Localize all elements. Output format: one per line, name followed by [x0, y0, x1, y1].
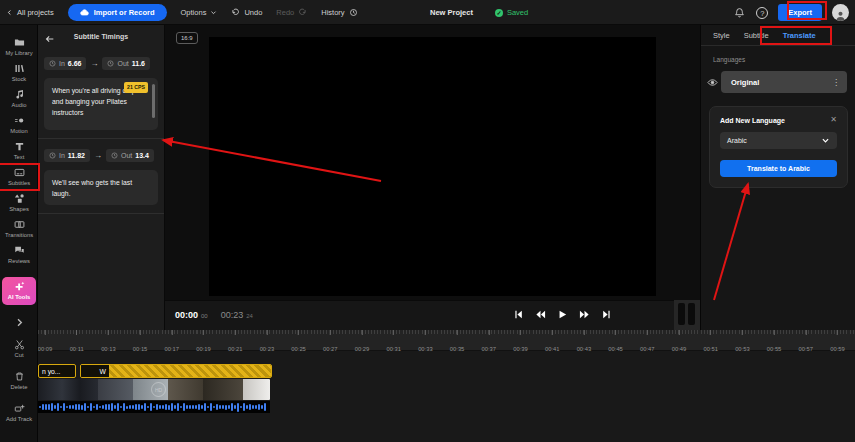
- sidebar-item-shapes[interactable]: Shapes: [0, 191, 38, 215]
- language-select[interactable]: Arabic: [720, 132, 837, 149]
- preview-scroll-bars[interactable]: [674, 300, 700, 330]
- sidebar-item-delete[interactable]: Delete: [0, 369, 38, 393]
- ruler-label: 00:27: [323, 330, 338, 355]
- time-display: 00:00 00 00:23 24: [175, 310, 253, 320]
- ruler-label: 00:55: [767, 330, 782, 355]
- save-status: ✓ Saved: [495, 8, 528, 17]
- video-canvas[interactable]: [209, 37, 656, 296]
- play-button[interactable]: [557, 309, 568, 320]
- ruler-label: 00:37: [482, 330, 497, 355]
- rewind-button[interactable]: [535, 309, 546, 320]
- history-icon: [349, 8, 358, 17]
- timeline-ruler[interactable]: 00:0900:1100:1300:1500:1700:1900:2100:23…: [38, 330, 855, 351]
- ruler-label: 00:47: [640, 330, 655, 355]
- redo-icon: [298, 8, 307, 17]
- language-select-value: Arabic: [727, 137, 747, 144]
- project-title[interactable]: New Project: [430, 8, 473, 17]
- sidebar-item-motion[interactable]: Motion: [0, 113, 38, 137]
- original-language-item[interactable]: Original ⋮: [721, 71, 847, 93]
- cps-badge: 21 CPS: [124, 82, 148, 93]
- back-button[interactable]: [45, 30, 55, 40]
- notifications-button[interactable]: [732, 6, 746, 20]
- ruler-label: 00:41: [545, 330, 560, 355]
- sidebar-item-add-track[interactable]: Add Track: [0, 401, 38, 425]
- sidebar-item-label: Transitions: [5, 232, 33, 238]
- translate-to-arabic-button[interactable]: Translate to Arabic: [720, 160, 837, 177]
- out-time-chip[interactable]: Out11.6: [102, 57, 150, 70]
- subtitle-text-box[interactable]: We'll see who gets the last laugh.: [44, 170, 158, 205]
- chevron-left-icon: [6, 9, 13, 16]
- redo-label: Redo: [276, 8, 294, 17]
- sidebar-item-chevron-right[interactable]: [0, 315, 38, 329]
- cloud-upload-icon: [80, 8, 89, 17]
- add-track-icon: [14, 403, 25, 414]
- ruler-label: 00:43: [577, 330, 592, 355]
- skip-start-button[interactable]: [513, 309, 524, 320]
- sidebar-item-label: Cut: [14, 352, 23, 358]
- tab-style[interactable]: Style: [713, 31, 730, 45]
- sidebar-item-ai-tools[interactable]: AI Tools: [2, 277, 36, 305]
- aspect-ratio-chip[interactable]: 16:9: [176, 32, 198, 44]
- original-language-row: Original ⋮: [707, 71, 847, 93]
- out-time-chip[interactable]: Out13.4: [106, 149, 154, 162]
- play-icon: [557, 309, 568, 320]
- sidebar-item-subtitles[interactable]: Subtitles: [0, 165, 38, 189]
- sidebar-item-transitions[interactable]: Transitions: [0, 217, 38, 241]
- subtitles-icon: [14, 167, 25, 178]
- undo-button[interactable]: Undo: [231, 8, 262, 17]
- redo-button[interactable]: Redo: [276, 8, 307, 17]
- chip-value: 6.66: [68, 60, 82, 67]
- help-button[interactable]: ?: [756, 7, 768, 19]
- skip-end-button[interactable]: [601, 309, 612, 320]
- rewind-icon: [535, 309, 546, 320]
- duration: 00:23: [221, 310, 244, 320]
- export-button[interactable]: Export: [778, 4, 822, 21]
- ruler-label: 00:13: [101, 330, 116, 355]
- stock-icon: [14, 63, 25, 74]
- saved-check-icon: ✓: [495, 9, 503, 17]
- chip-value: 11.6: [132, 60, 145, 67]
- audio-waveform-track[interactable]: [38, 401, 270, 413]
- card-scrollbar[interactable]: [152, 84, 155, 118]
- history-button[interactable]: History: [321, 8, 357, 17]
- app-window: All projects Import or Record Options Un…: [0, 0, 855, 442]
- sidebar-item-text[interactable]: Text: [0, 139, 38, 163]
- subtitle-clip-2[interactable]: W: [80, 364, 272, 378]
- close-icon[interactable]: ✕: [830, 116, 837, 124]
- ruler-label: 00:45: [608, 330, 623, 355]
- tab-subtitle[interactable]: Subtitle: [744, 31, 769, 45]
- import-or-record-button[interactable]: Import or Record: [68, 4, 167, 21]
- sidebar-item-reviews[interactable]: Reviews: [0, 243, 38, 267]
- subtitle-entry: In11.82→Out13.4We'll see who gets the la…: [38, 139, 164, 214]
- ruler-label: 00:33: [418, 330, 433, 355]
- reviews-icon: [14, 245, 25, 256]
- top-bar: All projects Import or Record Options Un…: [0, 0, 855, 25]
- translate-panel: StyleSubtitleTranslate Languages Origina…: [700, 25, 855, 330]
- chevron-down-icon: [210, 9, 217, 16]
- skip-end-icon: [601, 309, 612, 320]
- transitions-icon: [14, 219, 25, 230]
- sidebar-item-label: Shapes: [9, 206, 29, 212]
- clock-icon: [49, 152, 56, 159]
- ruler-label: 00:09: [38, 330, 53, 355]
- ruler-label: 00:49: [672, 330, 687, 355]
- all-projects-link[interactable]: All projects: [6, 8, 54, 17]
- in-time-chip[interactable]: In11.82: [44, 149, 90, 162]
- sidebar-item-stock[interactable]: Stock: [0, 61, 38, 85]
- tab-translate[interactable]: Translate: [783, 31, 816, 45]
- visibility-toggle[interactable]: [707, 77, 718, 88]
- subtitle-text-box[interactable]: When you're all driving carpool and bang…: [44, 78, 158, 130]
- in-time-chip[interactable]: In6.66: [44, 57, 86, 70]
- video-track[interactable]: HD: [38, 379, 270, 400]
- avatar[interactable]: [832, 4, 849, 21]
- ruler-label: 00:31: [386, 330, 401, 355]
- subtitle-clip-1[interactable]: n yo...: [38, 364, 76, 378]
- fast-forward-button[interactable]: [579, 309, 590, 320]
- options-menu[interactable]: Options: [181, 8, 218, 17]
- delete-icon: [14, 371, 25, 382]
- sidebar-item-my-library[interactable]: My Library: [0, 35, 38, 59]
- sidebar-item-audio[interactable]: Audio: [0, 87, 38, 111]
- chevron-right-icon: [14, 317, 25, 328]
- kebab-menu-icon[interactable]: ⋮: [832, 78, 840, 87]
- sidebar-item-cut[interactable]: Cut: [0, 337, 38, 361]
